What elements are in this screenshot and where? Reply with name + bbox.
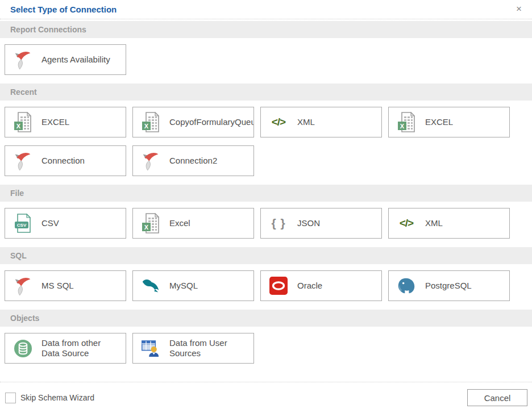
tile-recent-connection[interactable]: Connection [5, 145, 126, 176]
tile-sql-mysql[interactable]: MySQL [132, 270, 254, 301]
tile-sql-oracle[interactable]: Oracle [260, 270, 382, 301]
select-connection-dialog: Select Type of Connection × Report Conne… [0, 0, 532, 413]
mysql-dolphin-icon [140, 278, 161, 294]
report-connections-tiles: Agents Availability [5, 44, 510, 75]
tile-label: Data from other Data Source [41, 338, 121, 358]
recent-tiles: EXCEL CopyofFormularyQueue </> XML EXCEL… [5, 107, 510, 176]
dialog-title: Select Type of Connection [10, 5, 117, 14]
skip-schema-wizard-label: Skip Schema Wizard [20, 393, 94, 402]
tile-label: Excel [169, 218, 190, 228]
csv-icon [13, 214, 33, 233]
oracle-icon [268, 277, 289, 295]
tile-label: MySQL [169, 281, 198, 291]
postgres-elephant-icon [396, 277, 417, 294]
tile-file-excel[interactable]: Excel [132, 208, 254, 239]
tile-label: Data from User Sources [169, 338, 249, 358]
mssql-icon [13, 150, 33, 172]
tile-label: JSON [297, 218, 320, 228]
excel-icon [140, 213, 161, 233]
excel-icon [140, 112, 161, 132]
tile-label: PostgreSQL [425, 281, 472, 291]
excel-icon [396, 112, 417, 132]
tile-label: Connection2 [169, 156, 217, 166]
skip-schema-wizard-checkbox[interactable] [5, 393, 16, 403]
tile-label: CSV [41, 218, 59, 228]
excel-icon [13, 112, 33, 132]
tile-label: Agents Availability [41, 55, 110, 65]
xml-icon: </> [268, 116, 289, 128]
close-icon[interactable]: × [513, 3, 525, 15]
database-circle-icon [13, 339, 33, 358]
tile-label: EXCEL [41, 117, 69, 127]
tile-data-from-user-sources[interactable]: Data from User Sources [132, 333, 254, 364]
json-icon: { } [268, 216, 289, 230]
tile-label: CopyofFormularyQueue [169, 117, 253, 127]
mssql-icon [140, 150, 161, 172]
tile-file-csv[interactable]: CSV [5, 208, 126, 239]
section-header-file: File [0, 185, 532, 202]
section-header-recent: Recent [0, 84, 532, 101]
objects-tiles: Data from other Data Source Data from Us… [5, 333, 510, 364]
tile-agents-availability[interactable]: Agents Availability [5, 44, 126, 75]
tile-recent-excel-2[interactable]: EXCEL [388, 107, 510, 137]
tile-label: XML [425, 218, 443, 228]
tile-recent-connection2[interactable]: Connection2 [132, 145, 254, 176]
mssql-icon [13, 49, 33, 70]
section-header-sql: SQL [0, 247, 532, 264]
sql-tiles: MS SQL MySQL Oracle PostgreSQL [5, 270, 510, 301]
tile-label: Oracle [297, 281, 322, 291]
tile-data-from-other-data-source[interactable]: Data from other Data Source [5, 333, 126, 364]
tile-sql-postgresql[interactable]: PostgreSQL [388, 270, 510, 301]
tile-label: Connection [41, 156, 85, 166]
tile-sql-mssql[interactable]: MS SQL [5, 270, 126, 301]
tile-recent-excel-1[interactable]: EXCEL [5, 107, 126, 137]
dialog-footer: Skip Schema Wizard Cancel [0, 382, 532, 413]
mssql-icon [13, 275, 33, 297]
section-header-objects: Objects [0, 310, 532, 327]
tile-label: EXCEL [425, 117, 453, 127]
file-tiles: CSV Excel { } JSON </> XML [5, 208, 510, 239]
tile-recent-copyofformularyqueue[interactable]: CopyofFormularyQueue [132, 107, 254, 137]
xml-icon: </> [396, 217, 417, 230]
section-header-report-connections: Report Connections [0, 21, 532, 38]
tile-recent-xml[interactable]: </> XML [260, 107, 382, 137]
tile-label: XML [297, 117, 315, 127]
cancel-button[interactable]: Cancel [467, 389, 527, 406]
tile-label: MS SQL [41, 281, 74, 291]
user-table-icon [140, 340, 161, 357]
dialog-header: Select Type of Connection × [0, 0, 532, 19]
tile-file-xml[interactable]: </> XML [388, 208, 510, 239]
tile-file-json[interactable]: { } JSON [260, 208, 382, 239]
